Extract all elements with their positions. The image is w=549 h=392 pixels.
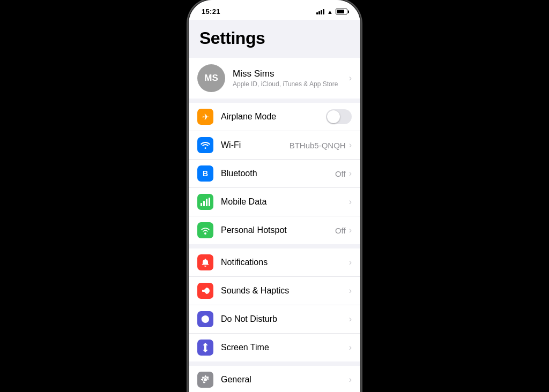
sounds-haptics-item[interactable]: Sounds & Haptics › <box>189 277 360 305</box>
mobile-data-item[interactable]: Mobile Data › <box>189 188 360 216</box>
do-not-disturb-label: Do Not Disturb <box>221 314 349 324</box>
signal-bars-icon <box>316 9 324 14</box>
profile-section[interactable]: MS Miss Sims Apple ID, iCloud, iTunes & … <box>189 58 360 99</box>
personal-hotspot-label: Personal Hotspot <box>221 225 335 235</box>
svg-rect-2 <box>206 199 207 206</box>
status-time: 15:21 <box>202 7 220 16</box>
profile-chevron-icon: › <box>349 73 352 83</box>
notifications-icon <box>197 254 213 270</box>
bluetooth-item[interactable]: B Bluetooth Off › <box>189 160 360 188</box>
airplane-mode-item[interactable]: ✈ Airplane Mode <box>189 103 360 131</box>
bluetooth-value: Off <box>335 169 346 178</box>
wifi-item[interactable]: Wi-Fi BTHub5-QNQH › <box>189 131 360 160</box>
connectivity-group: ✈ Airplane Mode Wi-Fi BTHub5-QNQH › B Bl <box>189 103 360 244</box>
personal-hotspot-value: Off <box>335 226 346 235</box>
screen-content: Settings MS Miss Sims Apple ID, iCloud, … <box>189 20 360 392</box>
do-not-disturb-icon <box>197 311 213 327</box>
notifications-label: Notifications <box>221 258 349 267</box>
notifications-item[interactable]: Notifications › <box>189 248 360 277</box>
general-chevron-icon: › <box>349 375 352 385</box>
svg-point-4 <box>204 232 206 235</box>
general-item[interactable]: General › <box>189 366 360 392</box>
wifi-label: Wi-Fi <box>221 140 290 150</box>
svg-rect-3 <box>209 198 210 206</box>
do-not-disturb-chevron-icon: › <box>349 314 352 324</box>
mobile-data-chevron-icon: › <box>349 197 352 207</box>
profile-name: Miss Sims <box>233 69 349 79</box>
alerts-group: Notifications › Sounds & Haptics › <box>189 248 360 361</box>
page-title: Settings <box>199 28 350 48</box>
notifications-chevron-icon: › <box>349 258 352 267</box>
mobile-data-icon <box>197 194 213 210</box>
airplane-mode-label: Airplane Mode <box>221 112 326 122</box>
mobile-data-label: Mobile Data <box>221 197 349 207</box>
screen-time-chevron-icon: › <box>349 343 352 352</box>
airplane-mode-toggle[interactable] <box>326 109 352 124</box>
airplane-mode-icon: ✈ <box>197 109 213 125</box>
bluetooth-label: Bluetooth <box>221 169 335 178</box>
bluetooth-icon: B <box>197 165 213 182</box>
screen-time-label: Screen Time <box>221 343 349 352</box>
settings-header: Settings <box>189 20 360 54</box>
screen-time-item[interactable]: Screen Time › <box>189 334 360 361</box>
sounds-haptics-chevron-icon: › <box>349 286 352 296</box>
bluetooth-chevron-icon: › <box>349 169 352 178</box>
phone-frame: 15:21 ▲ Settings MS Miss Sims Apple ID, … <box>189 0 360 392</box>
sounds-haptics-label: Sounds & Haptics <box>221 286 349 296</box>
toggle-knob <box>327 110 340 123</box>
sounds-haptics-icon <box>197 283 213 299</box>
battery-icon <box>336 9 347 14</box>
personal-hotspot-icon <box>197 222 213 238</box>
personal-hotspot-item[interactable]: Personal Hotspot Off › <box>189 216 360 244</box>
general-label: General <box>221 375 349 385</box>
wifi-status-icon: ▲ <box>327 9 333 15</box>
status-icons: ▲ <box>316 9 347 15</box>
wifi-chevron-icon: › <box>349 140 352 150</box>
wifi-icon <box>197 137 213 153</box>
wifi-value: BTHub5-QNQH <box>290 141 346 150</box>
avatar: MS <box>197 64 225 92</box>
system-group: General › Control Centre › AA Display <box>189 366 360 392</box>
personal-hotspot-chevron-icon: › <box>349 225 352 235</box>
status-bar: 15:21 ▲ <box>189 0 360 20</box>
profile-subtitle: Apple ID, iCloud, iTunes & App Store <box>233 80 349 88</box>
screen-time-icon <box>197 340 213 356</box>
battery-fill <box>337 10 344 13</box>
profile-info: Miss Sims Apple ID, iCloud, iTunes & App… <box>233 69 349 88</box>
general-icon <box>197 372 213 388</box>
svg-rect-0 <box>201 203 202 206</box>
do-not-disturb-item[interactable]: Do Not Disturb › <box>189 305 360 334</box>
svg-rect-1 <box>203 201 205 206</box>
